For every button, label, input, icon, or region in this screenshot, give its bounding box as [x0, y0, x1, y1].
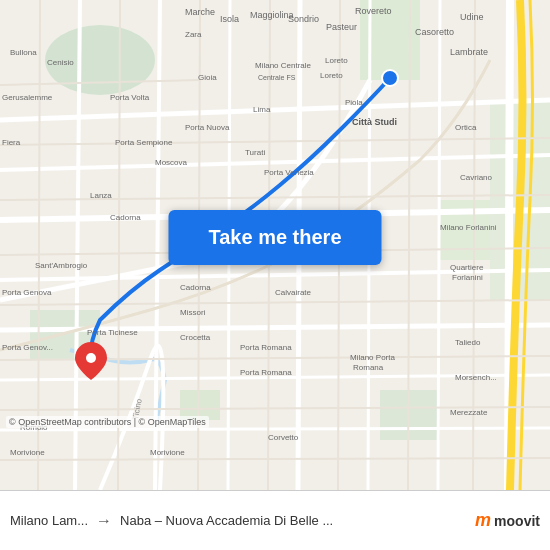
svg-text:Loreto: Loreto [320, 71, 343, 80]
svg-text:Piola: Piola [345, 98, 363, 107]
destination-label: Naba – Nuova Accademia Di Belle ... [120, 513, 467, 528]
svg-text:Morsench...: Morsench... [455, 373, 497, 382]
svg-text:Porta Sempione: Porta Sempione [115, 138, 173, 147]
moovit-m-icon: m [475, 510, 491, 531]
svg-text:Marche: Marche [185, 7, 215, 17]
svg-text:Porta Genova: Porta Genova [2, 288, 52, 297]
svg-text:Isola: Isola [220, 14, 239, 24]
map-copyright: © OpenStreetMap contributors | © OpenMap… [6, 416, 209, 428]
svg-text:Lambrate: Lambrate [450, 47, 488, 57]
moovit-logo: m moovit [475, 510, 540, 531]
svg-point-95 [86, 353, 96, 363]
svg-text:Loreto: Loreto [325, 56, 348, 65]
svg-text:Milano Forlanini: Milano Forlanini [440, 223, 497, 232]
arrow-icon: → [96, 512, 112, 530]
svg-line-20 [438, 0, 440, 490]
svg-text:Lanza: Lanza [90, 191, 112, 200]
svg-text:Ortica: Ortica [455, 123, 477, 132]
svg-text:Udine: Udine [460, 12, 484, 22]
svg-text:Milano Porta: Milano Porta [350, 353, 395, 362]
svg-text:Morivione: Morivione [10, 448, 45, 457]
svg-text:Cenisio: Cenisio [47, 58, 74, 67]
svg-text:Milano Centrale: Milano Centrale [255, 61, 312, 70]
svg-point-93 [382, 70, 398, 86]
svg-text:Forlanini: Forlanini [452, 273, 483, 282]
svg-text:Moscova: Moscova [155, 158, 188, 167]
moovit-text: moovit [494, 513, 540, 529]
svg-text:Porta Romana: Porta Romana [240, 368, 292, 377]
svg-text:Lima: Lima [253, 105, 271, 114]
svg-text:Centrale FS: Centrale FS [258, 74, 296, 81]
svg-text:Città Studi: Città Studi [352, 117, 397, 127]
svg-text:Merezzate: Merezzate [450, 408, 488, 417]
svg-text:Fiera: Fiera [2, 138, 21, 147]
svg-text:Sant'Ambrogio: Sant'Ambrogio [35, 261, 88, 270]
svg-text:Porta Genov...: Porta Genov... [2, 343, 53, 352]
svg-text:Taliedo: Taliedo [455, 338, 481, 347]
svg-text:Gerusalemme: Gerusalemme [2, 93, 53, 102]
svg-rect-6 [380, 390, 440, 440]
svg-text:Casoretto: Casoretto [415, 27, 454, 37]
svg-text:Pasteur: Pasteur [326, 22, 357, 32]
svg-line-14 [0, 428, 550, 430]
svg-text:Gioia: Gioia [198, 73, 217, 82]
svg-text:Cavriano: Cavriano [460, 173, 493, 182]
take-me-there-button[interactable]: Take me there [168, 210, 381, 265]
svg-text:Cadorna: Cadorna [180, 283, 211, 292]
svg-text:Calvairate: Calvairate [275, 288, 312, 297]
svg-text:Maggiolina: Maggiolina [250, 10, 294, 20]
svg-text:Quartiere: Quartiere [450, 263, 484, 272]
svg-text:Porta Ticinese: Porta Ticinese [87, 328, 138, 337]
svg-text:Sondrio: Sondrio [288, 14, 319, 24]
svg-text:Corvetto: Corvetto [268, 433, 299, 442]
svg-text:Rovereto: Rovereto [355, 6, 392, 16]
svg-text:Bullona: Bullona [10, 48, 37, 57]
svg-text:Missori: Missori [180, 308, 206, 317]
svg-text:Crocetta: Crocetta [180, 333, 211, 342]
svg-text:Porta Volta: Porta Volta [110, 93, 150, 102]
svg-text:Zara: Zara [185, 30, 202, 39]
origin-label: Milano Lam... [10, 513, 88, 528]
svg-text:Turati: Turati [245, 148, 265, 157]
map-container: Marche Maggiolina Rovereto Udine Casoret… [0, 0, 550, 490]
svg-text:Porta Romana: Porta Romana [240, 343, 292, 352]
svg-text:Romana: Romana [353, 363, 384, 372]
svg-text:Morivione: Morivione [150, 448, 185, 457]
svg-text:Porta Nuova: Porta Nuova [185, 123, 230, 132]
svg-text:Porta Venezia: Porta Venezia [264, 168, 314, 177]
bottom-bar: Milano Lam... → Naba – Nuova Accademia D… [0, 490, 550, 550]
svg-text:Cadorna: Cadorna [110, 213, 141, 222]
